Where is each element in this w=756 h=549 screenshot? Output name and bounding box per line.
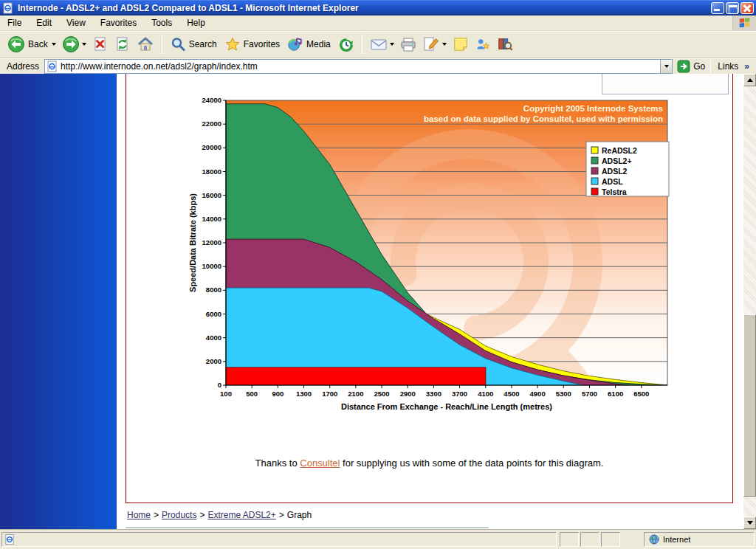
menu-view[interactable]: View (59, 15, 93, 30)
svg-text:14000: 14000 (202, 215, 221, 223)
svg-text:6000: 6000 (206, 310, 221, 318)
minimize-button[interactable] (711, 2, 724, 14)
note-button[interactable] (450, 33, 472, 55)
status-small-pane (601, 532, 620, 547)
research-button[interactable] (494, 33, 516, 55)
footer-edge-line (126, 527, 489, 528)
svg-text:ADSL: ADSL (602, 177, 623, 186)
go-button[interactable]: Go (677, 60, 705, 73)
content-box: 0200040006000800010000120001400016000180… (126, 74, 733, 503)
status-small-pane (560, 532, 579, 547)
research-icon (497, 36, 513, 52)
breadcrumb-separator: > (154, 510, 159, 520)
scroll-up-arrow-icon (747, 78, 753, 82)
links-bar[interactable]: Links » (712, 61, 755, 72)
legend: ReADSL2ADSL2+ADSL2ADSLTelstra (586, 142, 669, 196)
refresh-icon (114, 36, 131, 52)
media-button[interactable]: Media (284, 33, 335, 55)
sticky-note-icon (453, 36, 469, 52)
mail-button[interactable] (367, 33, 397, 55)
links-label: Links (718, 61, 738, 72)
ie-page-icon (4, 534, 16, 545)
address-input[interactable] (61, 61, 660, 72)
ie-page-icon (2, 2, 14, 14)
svg-text:3300: 3300 (426, 390, 441, 398)
svg-text:6100: 6100 (608, 390, 623, 398)
ie-page-icon (47, 61, 58, 72)
browser-window: Internode - ADSL2+ and ADSL2 Compared to… (0, 0, 756, 549)
consultel-link[interactable]: Consultel (300, 458, 340, 469)
back-label: Back (28, 39, 48, 49)
svg-text:0: 0 (218, 381, 221, 389)
svg-text:16000: 16000 (202, 191, 221, 199)
window-title: Internode - ADSL2+ and ADSL2 Compared to… (18, 3, 709, 13)
vertical-scrollbar[interactable] (743, 74, 756, 529)
status-main-pane (1, 532, 557, 547)
mail-dropdown-caret[interactable] (390, 43, 394, 46)
edit-dropdown-caret[interactable] (442, 43, 447, 46)
thanks-prefix: Thanks to (255, 458, 300, 469)
svg-text:3700: 3700 (452, 390, 467, 398)
svg-text:ReADSL2: ReADSL2 (602, 146, 637, 155)
svg-text:12000: 12000 (202, 238, 221, 246)
menu-tools[interactable]: Tools (144, 15, 179, 30)
history-button[interactable] (335, 33, 357, 55)
edit-button[interactable] (419, 33, 450, 55)
svg-text:18000: 18000 (202, 168, 221, 176)
messenger-button[interactable] (472, 33, 494, 55)
menu-help[interactable]: Help (179, 15, 213, 30)
svg-text:Telstra: Telstra (602, 187, 627, 196)
forward-dropdown-caret[interactable] (82, 43, 86, 46)
status-zone-label: Internet (663, 535, 690, 544)
favorites-star-icon (224, 36, 241, 52)
menu-favorites[interactable]: Favorites (93, 15, 144, 30)
svg-text:2900: 2900 (400, 390, 416, 398)
search-label: Search (189, 39, 217, 49)
title-bar: Internode - ADSL2+ and ADSL2 Compared to… (0, 0, 756, 15)
svg-text:ADSL2: ADSL2 (602, 167, 628, 176)
stop-button[interactable] (89, 33, 111, 55)
scroll-up-button[interactable] (743, 74, 756, 86)
forward-button[interactable] (59, 33, 89, 55)
svg-text:100: 100 (220, 390, 232, 398)
svg-text:ADSL2+: ADSL2+ (602, 156, 632, 165)
back-button[interactable]: Back (4, 33, 59, 55)
chart-area: 0200040006000800010000120001400016000180… (185, 96, 673, 424)
x-axis-title: Distance From Exchange - Reach/Line Leng… (341, 402, 552, 411)
scrollbar-thumb[interactable] (743, 314, 756, 497)
links-chevron-icon[interactable]: » (744, 61, 749, 72)
toolbar-separator (162, 35, 162, 54)
scroll-down-button[interactable] (743, 517, 756, 529)
home-icon (137, 35, 154, 53)
breadcrumb: Home>Products>Extreme ADSL2+>Graph (127, 510, 312, 520)
breadcrumb-products-link[interactable]: Products (162, 510, 196, 520)
home-button[interactable] (134, 33, 157, 55)
favorites-button[interactable]: Favorites (221, 33, 284, 55)
print-button[interactable] (397, 33, 419, 55)
svg-text:2100: 2100 (348, 390, 363, 398)
media-label: Media (306, 39, 331, 49)
top-right-cutoff-box (602, 74, 729, 94)
address-dropdown-button[interactable] (660, 60, 672, 73)
restore-button[interactable] (726, 2, 739, 14)
close-button[interactable] (740, 2, 754, 14)
standard-buttons-toolbar: Back (0, 31, 756, 58)
breadcrumb-extreme-adsl2-link[interactable]: Extreme ADSL2+ (207, 510, 275, 520)
menu-edit[interactable]: Edit (29, 15, 59, 30)
media-icon (287, 36, 303, 52)
refresh-button[interactable] (111, 33, 134, 55)
svg-text:1700: 1700 (322, 390, 337, 398)
svg-text:6500: 6500 (633, 390, 649, 398)
menu-file[interactable]: File (0, 15, 29, 30)
back-dropdown-caret[interactable] (52, 43, 56, 46)
svg-text:1300: 1300 (296, 390, 312, 398)
address-label: Address (1, 61, 44, 72)
menu-bar: File Edit View Favorites Tools Help (0, 15, 756, 31)
go-label: Go (693, 61, 705, 72)
search-button[interactable]: Search (167, 33, 221, 55)
history-icon (338, 36, 354, 52)
windows-logo-icon (732, 15, 756, 30)
svg-text:24000: 24000 (202, 96, 221, 104)
svg-text:5300: 5300 (556, 390, 571, 398)
breadcrumb-home-link[interactable]: Home (127, 510, 151, 520)
